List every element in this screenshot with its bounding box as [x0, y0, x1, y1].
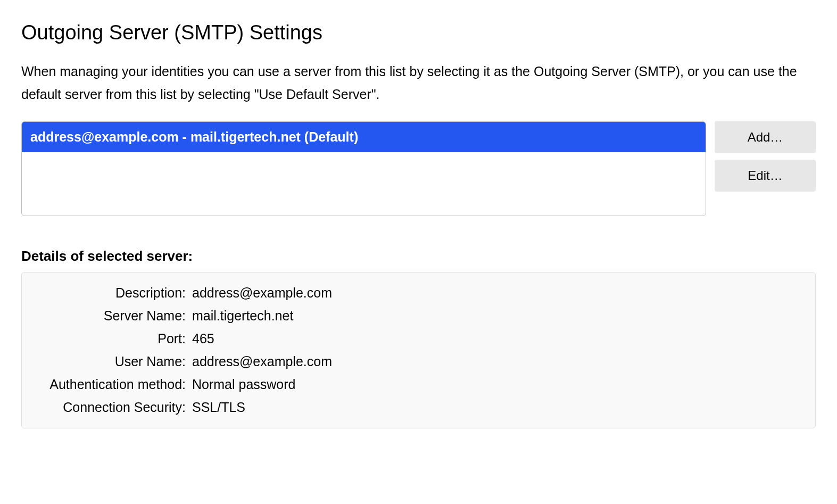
details-panel: Description: address@example.com Server …: [21, 272, 816, 428]
details-row-conn-security: Connection Security: SSL/TLS: [32, 400, 805, 415]
details-label: Connection Security:: [32, 400, 192, 415]
details-label: Description:: [32, 285, 192, 301]
details-value: 465: [192, 331, 805, 346]
details-value: SSL/TLS: [192, 400, 805, 415]
server-list-item[interactable]: address@example.com - mail.tigertech.net…: [22, 122, 706, 152]
details-label: Server Name:: [32, 308, 192, 324]
edit-button[interactable]: Edit…: [715, 160, 816, 192]
details-row-description: Description: address@example.com: [32, 285, 805, 301]
details-value: address@example.com: [192, 354, 805, 369]
details-row-auth-method: Authentication method: Normal password: [32, 377, 805, 392]
details-label: Authentication method:: [32, 377, 192, 392]
server-section: address@example.com - mail.tigertech.net…: [21, 121, 816, 216]
details-row-server-name: Server Name: mail.tigertech.net: [32, 308, 805, 324]
page-title: Outgoing Server (SMTP) Settings: [21, 21, 816, 44]
details-label: User Name:: [32, 354, 192, 369]
details-row-user-name: User Name: address@example.com: [32, 354, 805, 369]
page-description: When managing your identities you can us…: [21, 60, 816, 105]
details-heading: Details of selected server:: [21, 248, 816, 265]
button-column: Add… Edit…: [715, 121, 816, 216]
details-value: mail.tigertech.net: [192, 308, 805, 324]
details-value: Normal password: [192, 377, 805, 392]
details-row-port: Port: 465: [32, 331, 805, 346]
details-label: Port:: [32, 331, 192, 346]
details-value: address@example.com: [192, 285, 805, 301]
add-button[interactable]: Add…: [715, 121, 816, 153]
server-list[interactable]: address@example.com - mail.tigertech.net…: [21, 121, 706, 216]
